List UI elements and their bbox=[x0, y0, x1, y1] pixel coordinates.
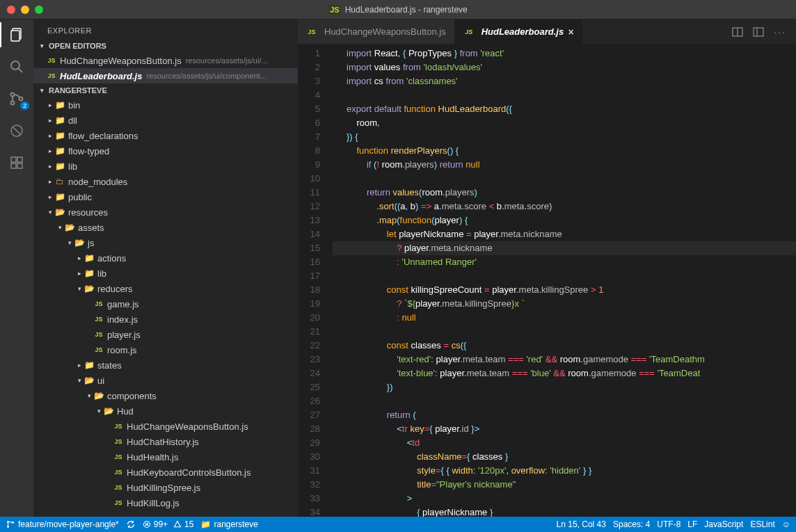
code-line[interactable]: room, bbox=[333, 116, 796, 130]
maximize-window-button[interactable] bbox=[35, 6, 43, 14]
code-line[interactable]: <tr key={ player.id }> bbox=[333, 422, 796, 436]
folder-item[interactable]: ▸📁flow-typed bbox=[33, 143, 298, 159]
code-line[interactable]: : 'Unnamed Ranger' bbox=[333, 255, 796, 269]
code-line[interactable]: className={ classes } bbox=[333, 450, 796, 464]
code-line[interactable] bbox=[333, 394, 796, 408]
code-line[interactable]: <td bbox=[333, 436, 796, 450]
folder-item[interactable]: ▾📂ui bbox=[33, 373, 298, 388]
code-line[interactable]: import values from 'lodash/values' bbox=[333, 61, 796, 74]
language[interactable]: JavaScript bbox=[704, 519, 743, 529]
folder-item[interactable]: ▾📂components bbox=[33, 388, 298, 403]
feedback-icon[interactable]: ☺ bbox=[782, 519, 790, 529]
window-title: JS HudLeaderboard.js - rangersteve bbox=[328, 5, 468, 15]
code-line[interactable]: { playerNickname } bbox=[333, 506, 796, 517]
editor-tab[interactable]: JSHudLeaderboard.js× bbox=[455, 19, 583, 44]
folder-item[interactable]: ▸📁public bbox=[33, 189, 298, 204]
warning-count: 15 bbox=[184, 519, 193, 529]
code-editor[interactable]: 1234567891011121314151617181920212223242… bbox=[298, 44, 796, 517]
editor-tab[interactable]: JSHudChangeWeaponsButton.js bbox=[298, 19, 455, 44]
folder-item[interactable]: ▸📁actions bbox=[33, 250, 298, 266]
code-line[interactable]: }) bbox=[333, 380, 796, 394]
folder-item[interactable]: ▾📂resources bbox=[33, 204, 298, 220]
folder-item[interactable]: ▸📁flow_declarations bbox=[33, 128, 298, 143]
sync-icon[interactable] bbox=[126, 519, 136, 529]
folder-item[interactable]: ▸📁dll bbox=[33, 113, 298, 128]
code-line[interactable]: title="Player's nickname" bbox=[333, 478, 796, 492]
code-line[interactable]: ? player.meta.nickname bbox=[333, 241, 796, 255]
folder-icon: 📂 bbox=[64, 223, 75, 232]
folder-item[interactable]: ▸📁lib bbox=[33, 266, 298, 281]
code-line[interactable] bbox=[333, 325, 796, 339]
folder-item[interactable]: ▾📂assets bbox=[33, 220, 298, 235]
code-line[interactable]: 'text-blue': player.meta.team === 'blue'… bbox=[333, 366, 796, 380]
file-item[interactable]: JSplayer.js bbox=[33, 327, 298, 342]
code-line[interactable]: .map(function(player) { bbox=[333, 213, 796, 227]
indent[interactable]: Spaces: 4 bbox=[613, 519, 650, 529]
item-name: lib bbox=[68, 161, 77, 172]
file-item[interactable]: JSindex.js bbox=[33, 312, 298, 327]
code-line[interactable]: style={ { width: '120px', overflow: 'hid… bbox=[333, 464, 796, 478]
file-item[interactable]: JSHudChatHistory.js bbox=[33, 434, 298, 449]
folder-item[interactable]: ▸🗀node_modules bbox=[33, 174, 298, 189]
debug-icon[interactable] bbox=[7, 121, 26, 140]
folder-icon: 📂 bbox=[74, 238, 85, 248]
open-editor-item[interactable]: JSHudChangeWeaponsButton.jsresources/ass… bbox=[33, 53, 298, 68]
folder-icon: 📂 bbox=[103, 406, 114, 416]
file-item[interactable]: JSgame.js bbox=[33, 296, 298, 312]
close-tab-icon[interactable]: × bbox=[568, 26, 573, 38]
folder-item[interactable]: ▾📂Hud bbox=[33, 403, 298, 419]
file-item[interactable]: JSHudChangeWeaponsButton.js bbox=[33, 419, 298, 434]
encoding[interactable]: UTF-8 bbox=[657, 519, 680, 529]
code-line[interactable]: let playerNickname = player.meta.nicknam… bbox=[333, 227, 796, 241]
code-line[interactable] bbox=[333, 172, 796, 186]
code-lines[interactable]: import React, { PropTypes } from 'react'… bbox=[333, 44, 796, 517]
open-editor-item[interactable]: JSHudLeaderboard.jsresources/assets/js/u… bbox=[33, 68, 298, 83]
folder-item[interactable]: ▸📁bin bbox=[33, 97, 298, 113]
code-line[interactable]: return ( bbox=[333, 408, 796, 422]
code-line[interactable] bbox=[333, 88, 796, 102]
file-item[interactable]: JSHudKillingSpree.js bbox=[33, 480, 298, 495]
code-line[interactable]: const classes = cs({ bbox=[333, 339, 796, 353]
layout-icon[interactable] bbox=[753, 26, 764, 38]
code-line[interactable]: function renderPlayers() { bbox=[333, 144, 796, 158]
code-line[interactable]: }) { bbox=[333, 130, 796, 144]
project-header[interactable]: ▾ RANGERSTEVE bbox=[33, 83, 298, 97]
svg-point-19 bbox=[12, 522, 14, 524]
problems[interactable]: 99+ 15 bbox=[143, 519, 194, 529]
code-line[interactable]: return values(room.players) bbox=[333, 186, 796, 200]
explorer-icon[interactable] bbox=[7, 25, 26, 45]
folder-item[interactable]: ▸📁lib bbox=[33, 159, 298, 174]
code-line[interactable]: import cs from 'classnames' bbox=[333, 74, 796, 88]
git-branch[interactable]: feature/move-player-angle* bbox=[6, 519, 119, 529]
code-line[interactable] bbox=[333, 269, 796, 283]
close-window-button[interactable] bbox=[7, 6, 15, 14]
folder-item[interactable]: ▾📂js bbox=[33, 235, 298, 250]
more-icon[interactable]: ··· bbox=[774, 26, 786, 38]
minimize-window-button[interactable] bbox=[21, 6, 29, 14]
code-line[interactable]: : null bbox=[333, 311, 796, 325]
extensions-icon[interactable] bbox=[7, 153, 26, 172]
folder-item[interactable]: ▸📁states bbox=[33, 357, 298, 373]
code-line[interactable]: .sort((a, b) => a.meta.score < b.meta.sc… bbox=[333, 200, 796, 213]
code-line[interactable]: const killingSpreeCount = player.meta.ki… bbox=[333, 283, 796, 297]
open-editors-header[interactable]: ▾ OPEN EDITORS bbox=[33, 39, 298, 53]
code-line[interactable]: if (! room.players) return null bbox=[333, 158, 796, 172]
cursor-position[interactable]: Ln 15, Col 43 bbox=[557, 519, 606, 529]
code-line[interactable]: export default function HudLeaderboard({ bbox=[333, 102, 796, 116]
search-icon[interactable] bbox=[7, 57, 26, 76]
folder-icon: 📁 bbox=[54, 131, 65, 140]
code-line[interactable]: > bbox=[333, 492, 796, 506]
file-item[interactable]: JSHudKillLog.js bbox=[33, 495, 298, 510]
eslint[interactable]: ESLint bbox=[750, 519, 774, 529]
source-control-icon[interactable]: 2 bbox=[7, 89, 26, 108]
split-editor-icon[interactable] bbox=[732, 26, 743, 38]
status-folder[interactable]: 📁 rangersteve bbox=[200, 519, 257, 529]
file-item[interactable]: JSHudHealth.js bbox=[33, 449, 298, 465]
file-item[interactable]: JSroom.js bbox=[33, 342, 298, 357]
code-line[interactable]: 'text-red': player.meta.team === 'red' &… bbox=[333, 353, 796, 366]
code-line[interactable]: import React, { PropTypes } from 'react' bbox=[333, 47, 796, 61]
file-item[interactable]: JSHudKeyboardControlsButton.js bbox=[33, 465, 298, 480]
code-line[interactable]: ? `${player.meta.killingSpree}x ` bbox=[333, 297, 796, 311]
eol[interactable]: LF bbox=[687, 519, 697, 529]
folder-item[interactable]: ▾📂reducers bbox=[33, 281, 298, 296]
